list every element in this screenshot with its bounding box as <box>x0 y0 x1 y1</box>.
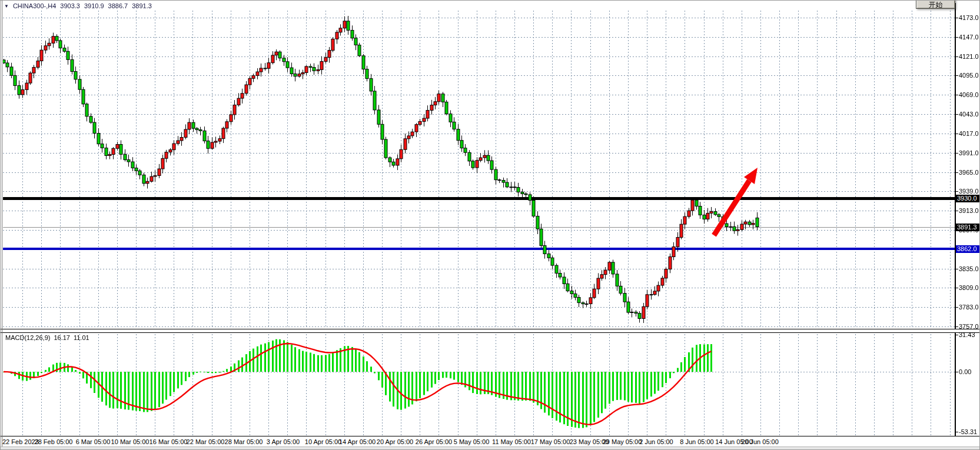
date-label: 20 Jun 05:00 <box>741 438 779 445</box>
price-tick <box>955 191 958 192</box>
macd-tick <box>955 432 958 432</box>
date-label: 10 Mar 05:00 <box>111 438 150 445</box>
macd-tick <box>955 335 958 335</box>
date-label: 22 Mar 05:00 <box>187 438 225 445</box>
price-tick <box>955 211 958 211</box>
price-tick <box>955 134 958 134</box>
macd-indicator-label: MACD(12,26,9)16.1711.01 <box>5 334 93 341</box>
price-tick <box>955 153 958 154</box>
date-label: 8 Jun 05:00 <box>680 438 714 445</box>
date-label: 22 Feb 2023 <box>2 438 39 445</box>
price-tick <box>955 75 958 76</box>
date-label: 11 May 05:00 <box>492 438 531 445</box>
symbol-timeframe: CHINA300-,H4 <box>13 2 56 9</box>
date-label: 20 Apr 05:00 <box>377 438 413 445</box>
date-label: 28 Feb 05:00 <box>35 438 73 445</box>
date-label: 28 Mar 05:00 <box>225 438 263 445</box>
ohlc-open: 3903.3 <box>60 2 80 9</box>
macd-name: MACD(12,26,9) <box>5 334 50 341</box>
price-tick-label: 3991.0 <box>959 149 979 156</box>
ohlc-low: 3886.7 <box>108 2 128 9</box>
date-label: 5 May 05:00 <box>454 438 490 445</box>
panel-splitter[interactable] <box>1 329 980 333</box>
price-tick-label: 3939.0 <box>959 188 979 195</box>
price-tag-3862.0: 3862.0 <box>956 245 980 253</box>
price-tick <box>955 56 958 57</box>
macd-tick-label: 0.00 <box>959 368 971 375</box>
macd-tick <box>955 372 958 372</box>
price-tick-label: 3913.0 <box>959 207 979 214</box>
date-label: 16 Mar 05:00 <box>150 438 188 445</box>
macd-signal-value: 11.01 <box>74 334 89 341</box>
up-trend-arrow[interactable] <box>706 161 765 243</box>
price-tick <box>955 37 958 38</box>
macd-tick-label: 31.43 <box>959 331 975 338</box>
date-label: 6 Mar 05:00 <box>76 438 111 445</box>
window-left-edge <box>2 1 2 446</box>
price-tick-label: 4121.0 <box>959 53 979 60</box>
chart-header: ▼CHINA300-,H43903.33910.93886.73891.3 <box>4 2 156 9</box>
price-tick-label: 4173.0 <box>959 14 979 21</box>
price-tick <box>955 172 958 173</box>
symbol-dropdown-icon[interactable]: ▼ <box>4 4 9 9</box>
price-tick <box>955 114 958 115</box>
date-label: 2 Jun 05:00 <box>639 438 673 445</box>
date-label: 29 May 05:00 <box>603 438 642 445</box>
ohlc-close: 3891.3 <box>132 2 152 9</box>
price-tick <box>955 95 958 95</box>
date-label: 26 Apr 05:00 <box>416 438 452 445</box>
price-tick <box>955 288 958 288</box>
macd-value: 16.17 <box>54 334 70 341</box>
date-label: 14 Apr 05:00 <box>339 438 376 445</box>
price-tick-label: 3783.0 <box>959 304 979 311</box>
chart-window: ▼CHINA300-,H43903.33910.93886.73891.3 开始… <box>0 0 980 450</box>
price-tick-label: 4147.0 <box>959 34 979 41</box>
macd-tick-label: -53.31 <box>959 428 977 435</box>
price-tick-label: 3835.0 <box>959 265 979 272</box>
candlestick-and-macd-canvas[interactable] <box>1 1 980 450</box>
price-tick-label: 3965.0 <box>959 169 979 176</box>
ohlc-high: 3910.9 <box>84 2 104 9</box>
price-tick <box>955 18 958 18</box>
price-tick <box>955 307 958 308</box>
window-bottom-edge <box>1 446 980 450</box>
price-tag-3891.3: 3891.3 <box>956 224 980 231</box>
price-axis-separator <box>955 3 956 436</box>
date-label: 10 Apr 05:00 <box>305 438 341 445</box>
time-axis[interactable]: 22 Feb 202328 Feb 05:006 Mar 05:0010 Mar… <box>1 436 980 446</box>
date-label: 3 Apr 05:00 <box>267 438 300 445</box>
date-label: 17 May 05:00 <box>531 438 570 445</box>
start-button[interactable]: 开始 <box>916 0 955 9</box>
price-tick <box>955 269 958 269</box>
price-tick <box>955 326 958 327</box>
price-tick-label: 4043.0 <box>959 111 979 118</box>
price-tick-label: 4017.0 <box>959 130 979 137</box>
price-tick-label: 3809.0 <box>959 284 979 291</box>
price-tag-3930.0: 3930.0 <box>956 195 980 202</box>
price-tick-label: 4069.0 <box>959 91 979 98</box>
price-tick-label: 4095.0 <box>959 72 979 79</box>
